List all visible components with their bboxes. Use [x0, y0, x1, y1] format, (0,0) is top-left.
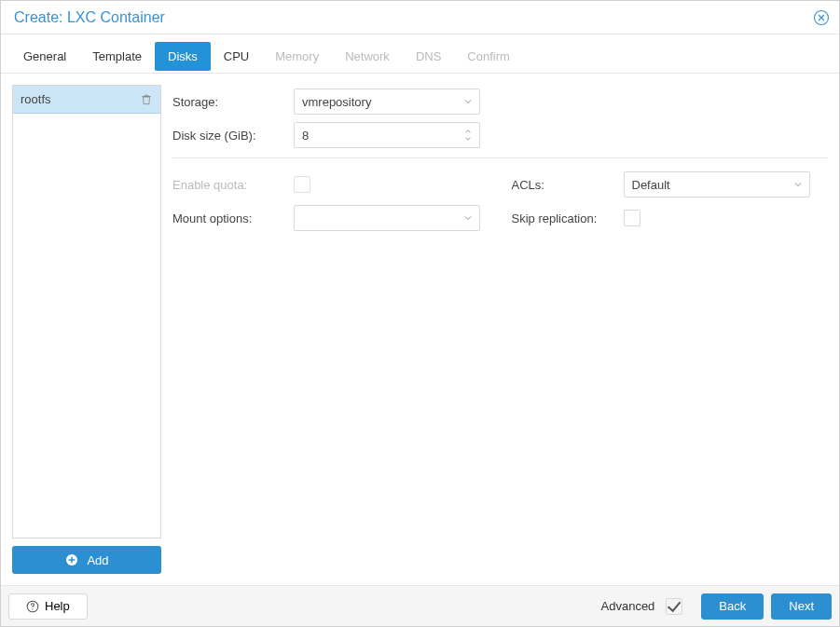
delete-disk-button[interactable] [140, 93, 153, 106]
disk-side-column: rootfs Add [12, 85, 161, 574]
back-label: Back [719, 599, 746, 613]
disk-list: rootfs [12, 85, 161, 538]
tab-cpu[interactable]: CPU [211, 42, 262, 71]
tab-general[interactable]: General [10, 42, 79, 71]
acls-select[interactable] [624, 171, 810, 198]
chevron-up-icon [463, 128, 473, 135]
form-divider [172, 157, 828, 158]
tab-disks[interactable]: Disks [155, 42, 211, 71]
row-skip-replication: Skip replication: [512, 201, 829, 235]
tab-dns: DNS [403, 42, 454, 71]
close-icon [813, 9, 830, 26]
chevron-down-icon [462, 212, 474, 224]
create-lxc-window: Create: LXC Container General Template D… [0, 0, 840, 627]
acls-label: ACLs: [512, 178, 624, 192]
window-title: Create: LXC Container [14, 9, 165, 26]
tab-memory: Memory [262, 42, 332, 71]
enable-quota-label: Enable quota: [172, 178, 294, 192]
disk-size-input[interactable] [295, 123, 457, 147]
disk-item-label: rootfs [21, 92, 51, 106]
storage-dropdown-trigger[interactable] [457, 89, 479, 114]
acls-input[interactable] [625, 172, 787, 197]
row-mount-options: Mount options: [172, 201, 489, 235]
disk-size-spinner[interactable] [294, 122, 480, 148]
mount-options-input[interactable] [295, 206, 457, 230]
help-label: Help [45, 599, 70, 613]
storage-label: Storage: [172, 95, 294, 109]
next-label: Next [789, 599, 814, 613]
advanced-grid: Enable quota: Mount options: [172, 168, 828, 235]
disk-item-rootfs[interactable]: rootfs [13, 86, 160, 114]
row-disk-size: Disk size (GiB): [172, 118, 828, 152]
footer: Help Advanced Back Next [1, 585, 839, 626]
skip-replication-checkbox[interactable] [624, 210, 640, 226]
row-enable-quota: Enable quota: [172, 168, 489, 201]
acls-dropdown-trigger[interactable] [787, 172, 809, 197]
help-button[interactable]: Help [8, 593, 88, 620]
mount-options-select[interactable] [294, 205, 480, 231]
add-disk-label: Add [87, 553, 108, 567]
advanced-checkbox[interactable] [666, 598, 682, 615]
storage-select[interactable] [294, 89, 480, 115]
tabbar: General Template Disks CPU Memory Networ… [1, 34, 839, 74]
chevron-down-icon [462, 96, 474, 107]
advanced-label: Advanced [601, 599, 655, 613]
tab-network: Network [332, 42, 403, 71]
plus-circle-icon [64, 552, 79, 567]
disk-size-stepper[interactable] [457, 123, 479, 147]
skip-replication-label: Skip replication: [512, 211, 624, 225]
mount-options-label: Mount options: [172, 211, 294, 225]
back-button[interactable]: Back [701, 593, 764, 620]
content-area: rootfs Add Storage: [1, 74, 839, 585]
enable-quota-checkbox [294, 176, 310, 193]
add-disk-button[interactable]: Add [12, 546, 161, 574]
mount-options-dropdown-trigger[interactable] [457, 206, 479, 230]
next-button[interactable]: Next [771, 593, 832, 620]
trash-icon [140, 93, 153, 106]
close-button[interactable] [811, 7, 832, 28]
row-acls: ACLs: [512, 168, 829, 201]
row-storage: Storage: [172, 85, 828, 118]
storage-input[interactable] [295, 89, 457, 114]
chevron-down-icon [463, 135, 473, 143]
tab-template[interactable]: Template [79, 42, 155, 71]
help-icon [26, 600, 39, 613]
titlebar: Create: LXC Container [1, 1, 839, 34]
disk-form: Storage: Disk size (GiB): [172, 85, 828, 574]
tab-confirm: Confirm [454, 42, 523, 71]
chevron-down-icon [792, 179, 804, 190]
disk-size-label: Disk size (GiB): [172, 129, 294, 143]
svg-point-3 [32, 608, 33, 609]
